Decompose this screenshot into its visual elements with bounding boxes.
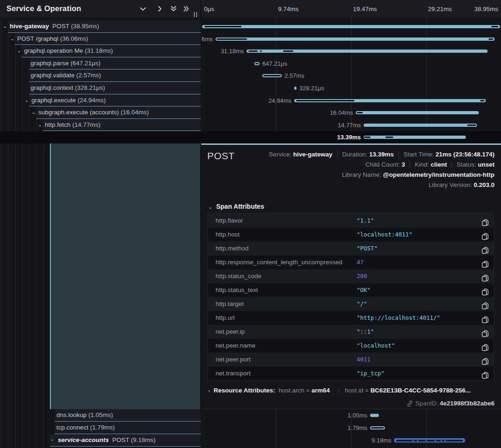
span-attributes-table: http.flavor"1.1"http.host"localhost:4011… <box>207 213 494 381</box>
span-bar-row[interactable]: 36.06ms <box>201 33 501 45</box>
span-tree-row[interactable]: ⌄graphql.execute (24.94ms) <box>0 94 201 107</box>
resource-value: BC62E13B-C4CC-5854-9788-256... <box>371 387 471 394</box>
span-bar[interactable] <box>216 37 495 41</box>
span-duration: (328.21μs) <box>75 84 105 91</box>
bar-duration-label: 16.04ms <box>297 106 353 119</box>
span-bar-row[interactable]: 16.04ms <box>201 106 501 119</box>
span-tree-row[interactable]: graphql.validate (2.57ms) <box>0 69 201 82</box>
attribute-row: net.transport"ip_tcp" <box>208 367 494 380</box>
span-bar-row[interactable]: 647.21μs <box>201 57 501 70</box>
span-bar-row[interactable]: 31.18ms <box>201 45 501 57</box>
span-bar[interactable] <box>294 87 297 90</box>
span-bar-row[interactable]: 9.18ms <box>201 434 501 447</box>
span-bar-row[interactable]: 24.94ms <box>201 94 501 107</box>
bar-child-segment <box>489 38 493 40</box>
span-tree-row[interactable]: ⌄POST /graphql (36.06ms) <box>0 33 201 45</box>
copy-icon[interactable] <box>482 356 489 363</box>
span-tree-row[interactable]: ⌄subgraph.execute (accounts) (16.04ms) <box>0 106 201 119</box>
copy-icon[interactable] <box>482 328 489 336</box>
attribute-value: "localhost" <box>357 339 395 353</box>
span-duration: (1.05ms) <box>88 411 113 418</box>
chevron-down-icon[interactable]: ⌄ <box>10 33 14 45</box>
bar-duration-label: 36.06ms <box>201 33 213 45</box>
bar-child-segment <box>216 38 247 40</box>
chevron-right-icon[interactable]: › <box>51 434 53 447</box>
attribute-value: "1.1" <box>357 214 374 228</box>
copy-icon[interactable] <box>482 259 489 266</box>
span-bar-row[interactable]: 1.79ms <box>201 422 501 434</box>
span-tree-row[interactable]: ›service-accounts POST (9.18ms) <box>0 434 201 447</box>
span-bar[interactable] <box>370 426 385 429</box>
span-tree-row[interactable]: graphql.context (328.21μs) <box>0 82 201 94</box>
attribute-key: net.transport <box>216 367 251 380</box>
span-bar[interactable] <box>247 50 488 53</box>
span-bar[interactable] <box>364 124 477 127</box>
chevron-down-icon[interactable]: ⌄ <box>3 20 7 33</box>
bar-child-segment <box>296 100 354 101</box>
span-attributes-header[interactable]: ⌄Span Attributes <box>208 203 264 210</box>
bar-duration-label: 1.05ms <box>312 409 367 422</box>
span-bar[interactable] <box>364 136 466 139</box>
span-bar[interactable] <box>370 414 379 417</box>
selected-span-region[interactable] <box>50 143 200 409</box>
link-icon[interactable] <box>407 400 413 407</box>
expand-one-icon[interactable] <box>155 5 164 12</box>
bar-duration-label: 14.77ms <box>305 119 361 131</box>
panel-resize-handle[interactable] <box>194 12 198 17</box>
span-tree-row[interactable]: ⌄http.fetch (14.77ms) <box>0 119 201 131</box>
copy-icon[interactable] <box>482 300 489 308</box>
span-bar[interactable] <box>394 438 465 442</box>
span-bar-row[interactable]: 14.77ms <box>201 119 501 131</box>
copy-icon[interactable] <box>482 231 489 238</box>
bar-child-segment <box>364 137 371 138</box>
resource-attributes-row[interactable]: ›Resource Attributes: host.arch = arm64 … <box>208 387 495 394</box>
attribute-value: 200 <box>357 269 367 283</box>
expand-all-icon[interactable] <box>182 5 191 12</box>
bar-duration-label: 328.21μs <box>299 82 324 94</box>
span-bar[interactable] <box>202 25 500 28</box>
span-duration: (9.18ms) <box>131 436 155 443</box>
span-bar-row[interactable] <box>201 20 501 33</box>
copy-icon[interactable] <box>482 245 489 252</box>
span-tree-row[interactable]: tcp.connect (1.79ms) <box>0 422 201 434</box>
copy-icon[interactable] <box>482 370 489 377</box>
copy-icon[interactable] <box>482 342 489 349</box>
chevron-down-icon[interactable]: ⌄ <box>25 94 29 107</box>
bar-child-segment <box>255 63 259 64</box>
chevron-down-icon[interactable]: ⌄ <box>31 106 36 119</box>
copy-icon[interactable] <box>482 273 489 280</box>
span-bar-row[interactable]: 1.05ms <box>201 409 501 422</box>
span-tree-row[interactable]: ⌄graphql.operation Me (31.18ms) <box>0 45 201 57</box>
copy-icon[interactable] <box>482 314 489 322</box>
span-duration: (1.79ms) <box>90 424 115 431</box>
attribute-row: http.response_content_length_uncompresse… <box>208 255 494 269</box>
span-bar[interactable] <box>294 99 486 102</box>
attribute-value: "::1" <box>357 325 374 339</box>
span-name-label: graphql.validate (2.57ms) <box>31 69 101 82</box>
bar-child-segment <box>467 124 476 126</box>
bar-event-dot <box>441 440 442 441</box>
collapse-one-icon[interactable] <box>139 5 147 12</box>
copy-icon[interactable] <box>482 217 489 224</box>
span-bar-row[interactable]: 328.21μs <box>201 82 501 94</box>
bar-child-segment <box>396 440 463 442</box>
bar-event-dot <box>413 440 414 441</box>
span-bar-row[interactable]: 2.57ms <box>201 69 501 82</box>
attribute-row: net.peer.port4011 <box>208 353 494 367</box>
chevron-down-icon[interactable]: ⌄ <box>38 119 42 131</box>
bar-duration-label: 24.94ms <box>236 94 291 107</box>
resource-key: host.arch = <box>278 387 311 394</box>
copy-icon[interactable] <box>482 286 489 294</box>
span-bar[interactable] <box>356 111 479 114</box>
span-tree-row[interactable]: dns.lookup (1.05ms) <box>0 409 201 422</box>
bar-child-segment <box>371 427 384 429</box>
span-tree-row[interactable]: graphql.parse (647.21μs) <box>0 57 201 70</box>
attribute-key: net.peer.ip <box>216 325 245 339</box>
chevron-down-icon[interactable]: ⌄ <box>17 45 21 57</box>
span-bar-row[interactable]: 13.39ms <box>201 131 501 143</box>
span-bar[interactable] <box>262 74 282 77</box>
bar-event-dot <box>417 440 418 441</box>
span-bar[interactable] <box>254 62 260 65</box>
collapse-all-icon[interactable] <box>169 5 178 12</box>
span-tree-row[interactable]: ⌄hive-gateway POST (38.95ms) <box>0 20 201 33</box>
